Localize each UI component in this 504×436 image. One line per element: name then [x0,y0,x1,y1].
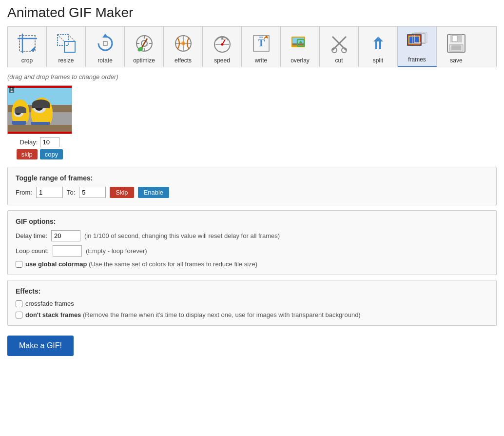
effects-icon [172,32,195,55]
overlay-icon [289,32,312,55]
toolbar-item-resize[interactable]: resize [47,27,86,67]
gif-options-section: GIF options: Delay time: (in 1/100 of se… [7,210,497,275]
effects-section: Effects: crossfade frames don't stack fr… [7,280,497,326]
rotate-icon [94,32,117,55]
toolbar-item-cut[interactable]: cut [320,27,359,67]
skip-range-button[interactable]: Skip [110,187,134,198]
no-stack-row: don't stack frames (Remove the frame whe… [16,311,488,318]
svg-marker-4 [31,46,35,50]
cut-icon [328,32,351,55]
frame-number: 1 [9,87,14,93]
toolbar-label-optimize: optimize [133,57,155,64]
loop-input[interactable] [53,245,82,257]
resize-icon [55,32,78,55]
svg-point-22 [181,41,185,45]
delay-time-input[interactable] [51,230,80,241]
toolbar-item-frames[interactable]: frames [398,27,437,67]
svg-rect-53 [451,45,461,50]
delay-label: Delay: [20,139,38,146]
frames-area: 1 Delay: skip copy [7,85,497,159]
split-icon [367,32,390,55]
svg-line-7 [58,35,64,41]
toolbar-item-save[interactable]: save [437,27,476,67]
toolbar-label-rotate: rotate [97,57,113,64]
optimize-icon [133,32,156,55]
toolbar-label-resize: resize [58,57,74,64]
frame-item-1: 1 Delay: skip copy [7,85,72,159]
loop-label: Loop count: [16,247,49,255]
loop-hint: (Empty - loop forever) [86,247,147,255]
skip-button[interactable]: skip [17,149,38,159]
toolbar-label-write: write [255,57,267,64]
toggle-range-title: Toggle range of frames: [16,174,488,182]
colormap-checkbox[interactable] [16,261,22,268]
svg-line-8 [68,35,75,41]
svg-marker-9 [102,34,108,38]
drag-hint: (drag and drop frames to change order) [7,73,497,80]
crossfade-label: crossfade frames [25,300,74,307]
toolbar-item-rotate[interactable]: rotate [86,27,125,67]
toolbar-item-write[interactable]: T write [242,27,281,67]
svg-text:T: T [257,37,265,49]
no-stack-label: don't stack frames (Remove the frame whe… [25,311,361,318]
toolbar-item-crop[interactable]: crop [8,27,47,67]
crossfade-checkbox[interactable] [16,300,22,307]
frame-thumbnail[interactable]: 1 [7,85,72,134]
toolbar-item-optimize[interactable]: optimize [125,27,164,67]
delay-hint: (in 1/100 of second, changing this value… [84,232,280,239]
toolbar-label-crop: crop [21,57,33,64]
to-label: To: [67,189,75,196]
make-gif-button[interactable]: Make a GIF! [7,336,74,356]
toolbar: crop resize rotate [7,26,497,67]
toolbar-label-split: split [373,57,383,64]
speed-icon [211,32,234,55]
toolbar-item-split[interactable]: split [359,27,398,67]
effects-title: Effects: [16,287,488,295]
toolbar-item-speed[interactable]: speed [203,27,242,67]
toolbar-label-cut: cut [335,57,343,64]
svg-rect-35 [292,43,304,45]
svg-point-26 [221,43,223,46]
svg-rect-30 [259,37,263,38]
toolbar-label-frames: frames [408,56,426,63]
loop-row: Loop count: (Empty - loop forever) [16,245,488,257]
frames-icon [406,31,429,54]
frame-controls: Delay: [20,137,60,147]
delay-time-label: Delay time: [16,232,47,239]
toggle-range-section: Toggle range of frames: From: To: Skip E… [7,167,497,205]
from-label: From: [16,189,32,196]
delay-row: Delay time: (in 1/100 of second, changin… [16,230,488,241]
page-title: Animated GIF Maker [7,5,497,20]
svg-rect-10 [103,41,107,45]
toolbar-label-save: save [450,57,462,64]
colormap-row: use global colormap (Use the same set of… [16,260,488,268]
enable-button[interactable]: Enable [138,187,169,198]
no-stack-checkbox[interactable] [16,312,22,318]
to-input[interactable] [79,187,106,198]
toolbar-item-effects[interactable]: effects [164,27,203,67]
svg-rect-34 [292,38,304,44]
from-input[interactable] [36,187,63,198]
toolbar-item-overlay[interactable]: overlay [281,27,320,67]
colormap-label: use global colormap (Use the same set of… [25,260,257,268]
delay-input[interactable] [40,137,59,147]
toolbar-label-overlay: overlay [291,57,310,64]
toolbar-label-effects: effects [174,57,192,64]
gif-options-title: GIF options: [16,218,488,225]
toolbar-label-speed: speed [214,57,230,64]
crop-icon [16,32,39,55]
copy-button[interactable]: copy [40,149,63,159]
svg-rect-6 [64,41,75,52]
svg-rect-51 [452,36,457,41]
write-icon: T [250,32,273,55]
toggle-range-row: From: To: Skip Enable [16,187,488,198]
crossfade-row: crossfade frames [16,300,488,307]
save-icon [445,32,468,55]
